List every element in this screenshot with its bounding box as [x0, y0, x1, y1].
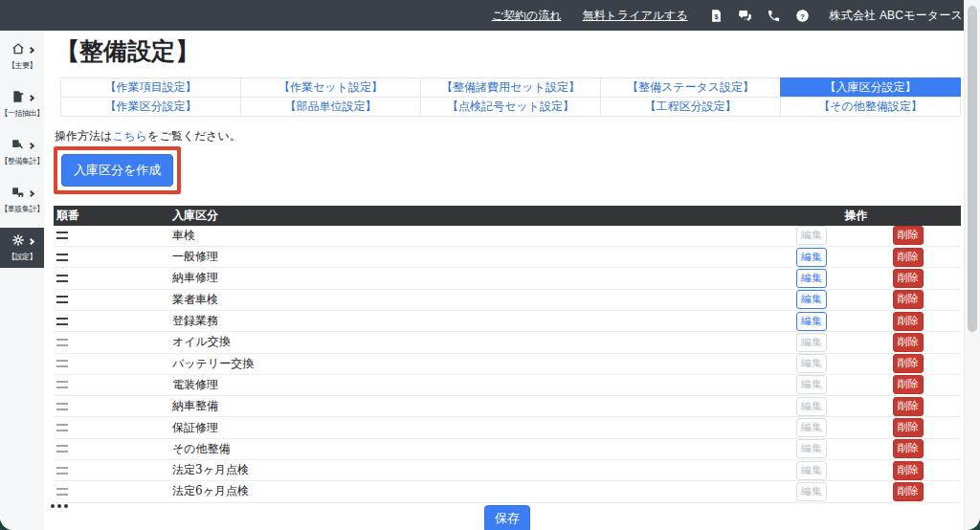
contract-flow-link[interactable]: ご契約の流れ	[492, 8, 562, 24]
edit-button: 編集	[796, 226, 827, 245]
table-row: 法定3ヶ月点検 編集 削除	[54, 460, 961, 481]
chevron-right-icon	[27, 95, 33, 101]
drag-handle-icon[interactable]	[56, 445, 68, 453]
sidebar-item-batch-export[interactable]: 【一括抽出】	[0, 84, 44, 124]
help-note-suffix: をご覧ください。	[147, 129, 241, 143]
category-name: オイル交換	[172, 334, 789, 350]
drag-handle-icon[interactable]	[56, 403, 68, 410]
drag-handle-icon[interactable]	[56, 318, 68, 325]
sidebar: 【主要】 【一括抽出】 【整備集計】 【車販集計】 【設定】	[0, 31, 44, 530]
drag-handle-icon[interactable]	[56, 275, 68, 282]
delete-button[interactable]: 削除	[893, 375, 924, 394]
table-row: 納車修理 編集 削除	[54, 268, 961, 289]
scrollbar[interactable]	[964, 0, 980, 530]
delete-button[interactable]: 削除	[893, 269, 924, 288]
table-row: 一般修理 編集 削除	[54, 247, 961, 268]
chevron-right-icon	[27, 238, 33, 245]
category-table: 順番 入庫区分 操作 車検 編集 削除	[54, 206, 961, 503]
delete-button[interactable]: 削除	[893, 354, 924, 373]
create-category-button[interactable]: 入庫区分を作成	[61, 154, 173, 187]
delete-button[interactable]: 削除	[893, 312, 924, 331]
edit-button: 編集	[796, 397, 827, 416]
svg-text:?: ?	[800, 11, 805, 20]
settings-icon	[11, 233, 25, 251]
drag-handle-icon[interactable]	[56, 339, 68, 346]
settings-tab[interactable]: 【作業項目設定】	[60, 77, 241, 98]
drag-handle-icon[interactable]	[56, 296, 68, 303]
settings-tab[interactable]: 【作業セット設定】	[240, 77, 421, 98]
save-button[interactable]: 保存	[484, 505, 530, 530]
delete-button[interactable]: 削除	[893, 439, 924, 458]
edit-button[interactable]: 編集	[796, 248, 827, 267]
table-row: 法定6ヶ月点検 編集 削除	[54, 481, 961, 502]
sidebar-item-label: 【車販集計】	[0, 204, 44, 214]
annotation-highlight-box: 入庫区分を作成	[54, 146, 181, 194]
drag-handle-icon[interactable]	[56, 381, 68, 388]
edit-button[interactable]: 編集	[796, 312, 827, 331]
edit-button: 編集	[796, 482, 827, 501]
drag-handle-icon[interactable]	[56, 254, 68, 261]
settings-tab[interactable]: 【整備諸費用セット設定】	[420, 77, 601, 98]
settings-tab[interactable]: 【点検記号セット設定】	[420, 97, 601, 117]
sidebar-item-maintenance-summary[interactable]: 【整備集計】	[0, 132, 44, 172]
column-header-actions: 操作	[789, 208, 961, 224]
edit-button[interactable]: 編集	[796, 269, 827, 288]
category-name: 納車整備	[172, 398, 789, 414]
help-note: 操作方法はこちらをご覧ください。	[55, 128, 961, 144]
settings-tab[interactable]: 【作業区分設定】	[60, 97, 241, 117]
delete-button[interactable]: 削除	[893, 248, 924, 267]
settings-tab[interactable]: 【工程区分設定】	[600, 97, 781, 117]
table-body: 車検 編集 削除 一般修理 編集 削除	[54, 226, 961, 503]
chat-icon[interactable]	[738, 8, 753, 23]
maintenance-summary-icon	[11, 138, 25, 155]
delete-button[interactable]: 削除	[893, 418, 924, 437]
settings-tab[interactable]: 【整備ステータス設定】	[600, 77, 781, 98]
help-icon[interactable]: ?	[795, 8, 811, 23]
export-icon	[11, 90, 25, 107]
app-window: ご契約の流れ 無料トライアルする $ ? 株式会社 ABCモータース 【主要】 …	[0, 0, 980, 530]
category-name: その他整備	[172, 441, 789, 457]
edit-button: 編集	[796, 354, 827, 373]
more-menu-button[interactable]	[51, 501, 74, 511]
drag-handle-icon[interactable]	[56, 232, 68, 239]
phone-icon[interactable]	[767, 8, 782, 23]
settings-tab[interactable]: 【入庫区分設定】	[780, 77, 961, 98]
edit-button[interactable]: 編集	[796, 290, 827, 309]
tabs-row-2: 【作業区分設定】【部品単位設定】【点検記号セット設定】【工程区分設定】【その他整…	[60, 97, 961, 117]
drag-handle-icon[interactable]	[56, 488, 68, 496]
sidebar-item-main[interactable]: 【主要】	[0, 36, 44, 77]
billing-icon[interactable]: $	[709, 8, 724, 23]
edit-button: 編集	[796, 439, 827, 458]
edit-button: 編集	[796, 375, 827, 394]
delete-button[interactable]: 削除	[893, 290, 924, 309]
table-row: 登録業務 編集 削除	[54, 311, 961, 332]
drag-handle-icon[interactable]	[56, 360, 68, 367]
category-name: 納車修理	[172, 270, 789, 286]
delete-button[interactable]: 削除	[893, 226, 924, 245]
sidebar-item-car-sales-summary[interactable]: 【車販集計】	[0, 180, 44, 220]
category-name: 業者車検	[172, 292, 789, 308]
delete-button[interactable]: 削除	[893, 333, 924, 352]
table-row: バッテリー交換 編集 削除	[54, 354, 961, 375]
chevron-right-icon	[27, 190, 33, 197]
car-sales-summary-icon	[11, 186, 25, 203]
free-trial-link[interactable]: 無料トライアルする	[583, 8, 688, 24]
category-name: 登録業務	[172, 313, 789, 329]
chevron-right-icon	[27, 47, 33, 54]
drag-handle-icon[interactable]	[56, 467, 68, 475]
drag-handle-icon[interactable]	[56, 424, 68, 431]
page-title: 【整備設定】	[56, 38, 961, 66]
sidebar-item-settings[interactable]: 【設定】	[0, 228, 44, 268]
scrollbar-thumb[interactable]	[968, 6, 977, 332]
table-header-row: 順番 入庫区分 操作	[54, 206, 961, 226]
settings-tab[interactable]: 【その他整備設定】	[780, 97, 961, 117]
topbar: ご契約の流れ 無料トライアルする $ ? 株式会社 ABCモータース	[0, 0, 980, 31]
delete-button[interactable]: 削除	[893, 461, 924, 480]
settings-tab[interactable]: 【部品単位設定】	[240, 97, 421, 117]
column-header-category: 入庫区分	[172, 208, 789, 224]
delete-button[interactable]: 削除	[893, 397, 924, 416]
here-link[interactable]: こちら	[112, 129, 147, 143]
edit-button: 編集	[796, 461, 827, 480]
delete-button[interactable]: 削除	[893, 482, 924, 501]
category-name: 電装修理	[172, 377, 789, 393]
